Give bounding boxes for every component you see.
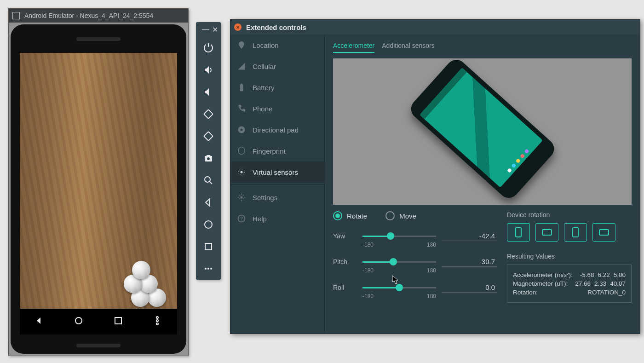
emulator-title: Android Emulator - Nexus_4_API_24_2:5554 xyxy=(24,12,153,19)
svg-text:?: ? xyxy=(240,216,243,221)
svg-point-0 xyxy=(75,317,82,324)
sidebar-item-label: Directional pad xyxy=(253,126,299,134)
pitch-label: Pitch xyxy=(333,258,357,265)
close-icon[interactable]: ✕ xyxy=(234,23,242,31)
toolbar-window-controls: — ✕ xyxy=(196,22,221,37)
nav-home-icon[interactable] xyxy=(73,315,84,328)
sidebar-item-label: Fingerprint xyxy=(253,147,286,155)
volume-down-button[interactable] xyxy=(196,81,221,103)
extended-titlebar[interactable]: ✕ Extended controls xyxy=(230,20,640,35)
app-surface[interactable] xyxy=(20,53,177,309)
rotation-reverse-portrait-button[interactable] xyxy=(564,223,587,242)
device-3d-preview[interactable] xyxy=(333,58,632,205)
svg-point-13 xyxy=(210,268,212,270)
more-button[interactable] xyxy=(196,258,221,280)
pitch-value[interactable]: -30.7 xyxy=(442,257,497,267)
slider-min: -180 xyxy=(362,267,374,274)
sidebar-item-battery[interactable]: Battery xyxy=(230,77,324,98)
ball xyxy=(148,288,166,307)
svg-point-7 xyxy=(207,157,210,160)
minimize-icon[interactable]: — xyxy=(202,25,209,34)
slider-min: -180 xyxy=(362,242,374,248)
slider-min: -180 xyxy=(362,293,374,300)
sidebar-item-phone[interactable]: Phone xyxy=(230,98,324,119)
sidebar-item-cellular[interactable]: Cellular xyxy=(230,56,324,77)
sidebar-item-settings[interactable]: Settings xyxy=(230,187,324,208)
sidebar-item-label: Cellular xyxy=(253,63,276,70)
svg-rect-10 xyxy=(205,243,212,250)
emulator-titlebar[interactable]: Android Emulator - Nexus_4_API_24_2:5554 xyxy=(9,9,188,23)
screenshot-button[interactable] xyxy=(196,147,221,169)
overview-button[interactable] xyxy=(196,236,221,258)
yaw-value[interactable]: -42.4 xyxy=(442,231,497,241)
rotation-controls: Rotate Move Yaw -42.4 -180180 xyxy=(333,211,497,308)
yaw-label: Yaw xyxy=(333,232,357,240)
rotate-left-button[interactable] xyxy=(196,103,221,125)
tab-accelerometer[interactable]: Accelerometer xyxy=(333,39,374,53)
sidebar-item-label: Help xyxy=(253,215,267,223)
svg-point-17 xyxy=(241,129,243,131)
svg-point-20 xyxy=(241,196,243,199)
ball xyxy=(132,261,150,279)
svg-point-18 xyxy=(241,171,243,173)
resulting-values-box: Accelerometer (m/s²): -5.686.225.00 Magn… xyxy=(507,265,632,303)
svg-rect-15 xyxy=(241,84,242,85)
slider-max: 180 xyxy=(427,267,436,274)
sidebar-item-fingerprint[interactable]: Fingerprint xyxy=(230,140,324,161)
back-button[interactable] xyxy=(196,191,221,213)
sidebar-item-label: Virtual sensors xyxy=(253,168,298,176)
slider-max: 180 xyxy=(427,242,436,248)
tab-additional-sensors[interactable]: Additional sensors xyxy=(382,39,434,53)
rotate-right-button[interactable] xyxy=(196,125,221,147)
radio-rotate[interactable]: Rotate xyxy=(333,211,367,220)
extended-main: Accelerometer Additional sensors Rotate … xyxy=(325,35,640,334)
accel-z: 5.00 xyxy=(614,271,626,278)
emulator-window: Android Emulator - Nexus_4_API_24_2:5554 xyxy=(8,8,189,356)
extended-controls-window: ✕ Extended controls Location Cellular Ba… xyxy=(230,19,640,334)
speaker-top xyxy=(76,37,121,41)
radio-move[interactable]: Move xyxy=(385,211,416,220)
speaker-bottom xyxy=(76,344,121,347)
home-button[interactable] xyxy=(196,213,221,236)
yaw-slider[interactable] xyxy=(362,230,436,242)
roll-value[interactable]: 0.0 xyxy=(442,282,497,293)
device-rotation-buttons xyxy=(507,223,632,242)
sidebar-separator xyxy=(230,184,324,185)
svg-point-11 xyxy=(205,268,207,270)
nav-back-icon[interactable] xyxy=(34,315,45,328)
app-icon xyxy=(12,12,20,19)
sidebar-item-dpad[interactable]: Directional pad xyxy=(230,119,324,140)
ball xyxy=(124,275,142,293)
resulting-values-heading: Resulting Values xyxy=(507,253,632,260)
rotation-value: ROTATION_0 xyxy=(587,289,626,296)
device-screen[interactable] xyxy=(20,53,177,334)
mag-x: 27.66 xyxy=(575,280,591,287)
rotation-portrait-button[interactable] xyxy=(507,223,530,242)
mag-label: Magnetometer (uT): xyxy=(513,280,568,287)
rotation-landscape-button[interactable] xyxy=(535,223,558,242)
sidebar-item-virtual-sensors[interactable]: Virtual sensors xyxy=(230,161,324,183)
rotation-reverse-landscape-button[interactable] xyxy=(592,223,615,242)
pitch-slider[interactable] xyxy=(362,256,436,267)
power-button[interactable] xyxy=(196,37,221,59)
volume-up-button[interactable] xyxy=(196,59,221,81)
accel-label: Accelerometer (m/s²): xyxy=(513,271,573,278)
sidebar-item-location[interactable]: Location xyxy=(230,35,324,56)
svg-rect-1 xyxy=(115,317,121,324)
zoom-button[interactable] xyxy=(196,169,221,191)
extended-sidebar: Location Cellular Battery Phone Directio… xyxy=(230,35,325,334)
sidebar-item-label: Phone xyxy=(253,105,272,113)
close-icon[interactable]: ✕ xyxy=(212,25,218,34)
svg-point-3 xyxy=(156,320,158,322)
svg-rect-14 xyxy=(240,84,243,91)
svg-point-2 xyxy=(156,317,158,318)
preview-phone xyxy=(407,58,558,202)
nav-overview-icon[interactable] xyxy=(113,315,124,328)
sidebar-item-help[interactable]: ?Help xyxy=(230,208,324,229)
nav-more-icon[interactable] xyxy=(152,315,163,328)
roll-slider[interactable] xyxy=(362,282,436,293)
accel-y: 6.22 xyxy=(598,271,610,278)
radio-label: Rotate xyxy=(347,212,367,220)
emulator-body xyxy=(9,23,188,356)
emulator-toolbar: — ✕ xyxy=(196,22,221,280)
